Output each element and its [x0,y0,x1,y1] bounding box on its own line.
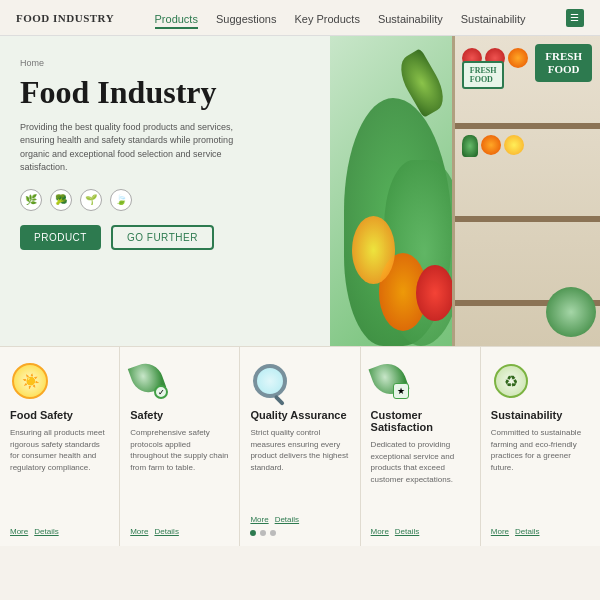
feature-food-safety: ☀️ Food Safety Ensuring all products mee… [0,347,120,546]
quality-desc: Strict quality control measures ensuring… [250,427,349,507]
breadcrumb: Home [20,58,310,68]
go-further-button[interactable]: GO FURTHER [111,225,214,250]
hero-buttons: PRODUCT GO FURTHER [20,225,310,250]
customer-desc: Dedicated to providing exceptional servi… [371,439,470,519]
customer-link-more[interactable]: More [371,527,389,536]
hero-image-background: FRESHFOOD [330,36,600,346]
hero-right: FRESHFOOD [330,36,600,346]
hero-left: Home Food Industry Providing the best qu… [0,36,330,346]
customer-badge: ★ [393,383,409,399]
shelf-1 [455,123,601,129]
hero-icon-4: 🍃 [110,189,132,211]
hero-section: Home Food Industry Providing the best qu… [0,36,600,346]
fresh-food-inner-tag: FRESHFOOD [462,61,505,89]
shelf-2 [455,216,601,222]
hero-title: Food Industry [20,74,310,111]
feature-customer: ★ Customer Satisfaction Dedicated to pro… [361,347,481,546]
produce-mid-yellow [504,135,524,155]
dot-1 [250,530,256,536]
veggie-display: FRESHFOOD [330,36,600,346]
hero-icon-list: 🌿 🥦 🌱 🍃 [20,189,310,211]
hero-icon-2: 🥦 [50,189,72,211]
nav-link-sustainability2[interactable]: Sustainability [461,13,526,25]
safety-title: Safety [130,409,163,421]
customer-icon-wrap: ★ [371,361,411,401]
food-safety-desc: Ensuring all products meet rigorous safe… [10,427,109,519]
safety-icon: ✓ [132,363,168,399]
nav-link-suggestions[interactable]: Suggestions [216,13,277,25]
sustainability-icon-wrap: ♻ [491,361,531,401]
dot-3 [270,530,276,536]
nav-menu-icon[interactable]: ☰ [566,9,584,27]
safety-badge-icon: ✓ [154,385,168,399]
veg-yellow [352,216,395,284]
customer-icon: ★ [373,363,409,399]
sustainability-link-more[interactable]: More [491,527,509,536]
shelf-unit: FRESHFOOD [452,36,601,346]
sustainability-title: Sustainability [491,409,563,421]
nav-link-products[interactable]: Products [155,13,198,29]
shelf-produce-mid [462,135,524,157]
navigation: FOOD INDUSTRY Products Suggestions Key P… [0,0,600,36]
safety-link-details[interactable]: Details [154,527,178,536]
nav-link-sustainability1[interactable]: Sustainability [378,13,443,25]
quality-title: Quality Assurance [250,409,346,421]
dot-2 [260,530,266,536]
fresh-food-tag: FRESHFOOD [535,44,592,82]
quality-links: More Details [250,515,299,524]
sun-icon: ☀️ [12,363,48,399]
nav-link-key-products[interactable]: Key Products [294,13,359,25]
produce-green-veg [462,135,478,157]
quality-link-details[interactable]: Details [275,515,299,524]
nav-links: Products Suggestions Key Products Sustai… [155,9,526,27]
features-section: ☀️ Food Safety Ensuring all products mee… [0,346,600,546]
safety-links: More Details [130,527,179,536]
feature-quality: Quality Assurance Strict quality control… [240,347,360,546]
recycle-icon: ♻ [494,364,528,398]
food-safety-link-details[interactable]: Details [34,527,58,536]
quality-link-more[interactable]: More [250,515,268,524]
hero-description: Providing the best quality food products… [20,121,240,175]
produce-mid-orange [481,135,501,155]
food-safety-link-more[interactable]: More [10,527,28,536]
sustainability-desc: Committed to sustainable farming and eco… [491,427,590,519]
customer-links: More Details [371,527,420,536]
produce-cabbage [546,287,596,337]
safety-desc: Comprehensive safety protocols applied t… [130,427,229,519]
sustainability-links: More Details [491,527,540,536]
sustainability-link-details[interactable]: Details [515,527,539,536]
feature-sustainability: ♻ Sustainability Committed to sustainabl… [481,347,600,546]
pagination-dots [250,530,276,536]
safety-link-more[interactable]: More [130,527,148,536]
food-safety-links: More Details [10,527,59,536]
nav-logo: FOOD INDUSTRY [16,12,114,24]
feature-safety: ✓ Safety Comprehensive safety protocols … [120,347,240,546]
produce-orange [508,48,528,68]
hero-icon-1: 🌿 [20,189,42,211]
safety-icon-wrap: ✓ [130,361,170,401]
hero-icon-3: 🌱 [80,189,102,211]
quality-icon-wrap [250,361,290,401]
customer-title: Customer Satisfaction [371,409,470,433]
food-safety-icon-wrap: ☀️ [10,361,50,401]
food-safety-title: Food Safety [10,409,73,421]
customer-link-details[interactable]: Details [395,527,419,536]
product-button[interactable]: PRODUCT [20,225,101,250]
magnifier-icon [253,364,287,398]
